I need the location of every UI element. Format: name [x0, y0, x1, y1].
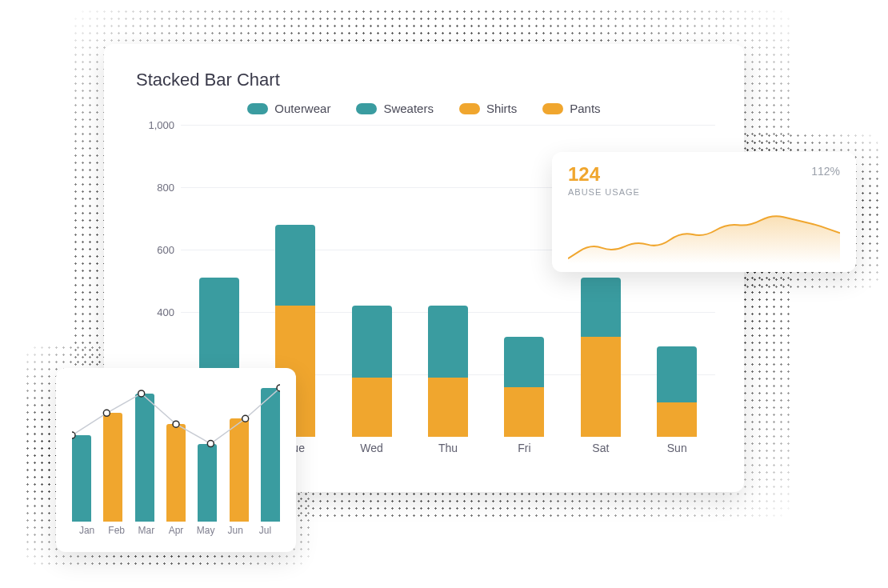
- bar-segment-top: [504, 337, 544, 386]
- bar-segment-top: [428, 306, 468, 378]
- mini-bar-jul[interactable]: [261, 388, 280, 522]
- legend-item-shirts[interactable]: Shirts: [459, 102, 517, 115]
- sparkline-plot: [568, 197, 840, 264]
- sparkline-header: 124 ABUSE USAGE 112%: [568, 165, 840, 197]
- x-label: Sat: [562, 437, 638, 461]
- bar-segment-top: [581, 278, 621, 337]
- mini-x-label: Feb: [102, 525, 131, 542]
- x-label: Sun: [639, 437, 715, 461]
- bar-segment-top: [352, 306, 392, 378]
- mini-bar-jan[interactable]: [72, 435, 91, 522]
- legend-label: Outerwear: [274, 102, 330, 115]
- mini-bar-mar[interactable]: [135, 394, 154, 522]
- bar-fri[interactable]: [486, 125, 562, 437]
- bar-segment-bottom: [504, 387, 544, 437]
- mini-x-label: Jun: [221, 525, 250, 542]
- y-tick: 1,000: [148, 119, 174, 131]
- mini-bar-card: JanFebMarAprMayJunJul: [56, 368, 296, 552]
- mini-bars: [72, 382, 280, 522]
- mini-bar-feb[interactable]: [103, 413, 122, 522]
- bar-segment-top: [657, 346, 697, 402]
- mini-x-label: May: [191, 525, 221, 542]
- bar-segment-bottom: [581, 337, 621, 437]
- mini-x-label: Mar: [131, 525, 161, 542]
- legend-swatch-icon: [247, 103, 268, 114]
- mini-bar-jun[interactable]: [230, 418, 249, 522]
- mini-bar-apr[interactable]: [166, 424, 186, 522]
- bar-thu[interactable]: [410, 125, 486, 437]
- sparkline-card: 124 ABUSE USAGE 112%: [552, 152, 856, 272]
- y-tick: 800: [157, 182, 174, 194]
- legend-label: Sweaters: [383, 102, 434, 115]
- mini-chart: JanFebMarAprMayJunJul: [72, 382, 280, 542]
- bar-wed[interactable]: [334, 125, 410, 437]
- legend-item-sweaters[interactable]: Sweaters: [356, 102, 434, 115]
- mini-x-label: Jan: [72, 525, 102, 542]
- x-label: Fri: [486, 437, 562, 461]
- legend-item-outerwear[interactable]: Outerwear: [247, 102, 330, 115]
- mini-x-axis: JanFebMarAprMayJunJul: [72, 525, 280, 542]
- legend-swatch-icon: [356, 103, 377, 114]
- bar-segment-bottom: [657, 402, 697, 437]
- mini-bar-may[interactable]: [198, 444, 217, 522]
- x-label: Wed: [334, 437, 410, 461]
- sparkline-pct: 112%: [811, 165, 840, 178]
- mini-x-label: Apr: [161, 525, 190, 542]
- legend-label: Pants: [570, 102, 600, 115]
- legend-label: Shirts: [486, 102, 517, 115]
- bar-segment-top: [275, 225, 315, 306]
- bar-segment-bottom: [428, 378, 468, 437]
- chart-legend: Outerwear Sweaters Shirts Pants: [133, 102, 715, 115]
- legend-swatch-icon: [542, 103, 563, 114]
- x-label: Thu: [410, 437, 486, 461]
- chart-title: Stacked Bar Chart: [136, 70, 715, 90]
- legend-item-pants[interactable]: Pants: [542, 102, 600, 115]
- sparkline-label: ABUSE USAGE: [568, 187, 640, 197]
- legend-swatch-icon: [459, 103, 480, 114]
- mini-x-label: Jul: [250, 525, 280, 542]
- bar-segment-bottom: [352, 378, 392, 437]
- y-tick: 400: [157, 306, 174, 318]
- sparkline-value: 124: [568, 165, 640, 184]
- y-tick: 600: [157, 244, 174, 256]
